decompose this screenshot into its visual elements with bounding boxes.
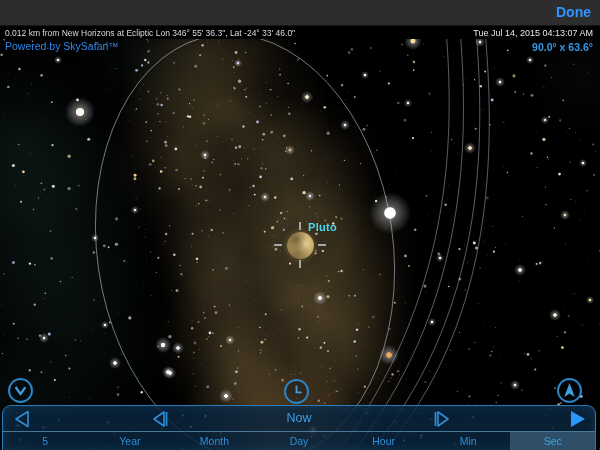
object-label: Pluto — [308, 221, 337, 233]
title-bar: Done — [0, 0, 600, 26]
time-flow-button[interactable] — [284, 379, 309, 404]
scope-down-button[interactable] — [8, 378, 33, 403]
skysafari-app: Pluto Done 0.012 km from New Horizons at… — [0, 0, 600, 450]
position-status-text: 0.012 km from New Horizons at Ecliptic L… — [5, 28, 295, 38]
rate-value[interactable]: 5 — [3, 432, 88, 450]
unit-day[interactable]: Day — [257, 432, 342, 450]
done-button[interactable]: Done — [556, 4, 591, 20]
time-unit-row: 5 Year Month Day Hour Min Sec — [3, 432, 595, 450]
compass-north-button[interactable] — [557, 378, 582, 403]
unit-hour[interactable]: Hour — [341, 432, 426, 450]
unit-sec[interactable]: Sec — [510, 432, 595, 450]
unit-min[interactable]: Min — [426, 432, 511, 450]
unit-month[interactable]: Month — [172, 432, 257, 450]
crosshair-top-tick — [299, 222, 301, 230]
time-controls-row: Now — [3, 406, 595, 431]
pluto-disc[interactable] — [287, 232, 314, 259]
crosshair-right-tick — [318, 244, 326, 246]
time-toolbar: Now 5 Year Month Day Hour Min Sec — [2, 405, 596, 450]
powered-by-link[interactable]: Powered by SkySafari™ — [5, 40, 119, 52]
crosshair-left-tick — [274, 244, 282, 246]
step-forward-button[interactable] — [431, 409, 453, 433]
crosshair-bottom-tick — [299, 260, 301, 268]
unit-year[interactable]: Year — [88, 432, 173, 450]
fov-display: 90.0° x 63.6° — [532, 41, 593, 53]
datetime-display: Tue Jul 14, 2015 04:13:07 AM — [473, 28, 593, 38]
play-forward-button[interactable] — [568, 409, 587, 433]
now-button[interactable]: Now — [3, 411, 595, 425]
